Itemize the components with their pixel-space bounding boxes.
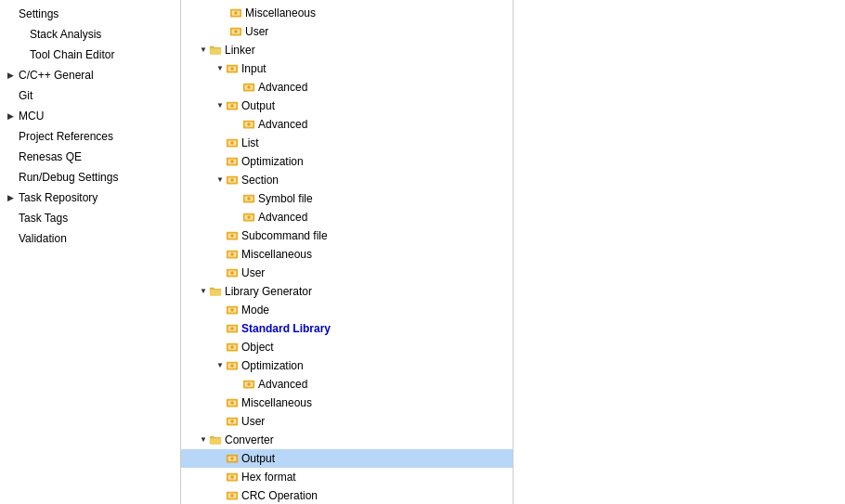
sidebar: Settings Stack Analysis Tool Chain Edito… [0,0,181,504]
sidebar-item-mcu[interactable]: ▶ MCU [0,106,180,126]
sidebar-item-stack-analysis[interactable]: Stack Analysis [0,24,180,45]
svg-point-35 [230,234,234,238]
tree-node-user-top[interactable]: User [181,22,513,41]
sidebar-item-project-references[interactable]: Project References [0,126,180,147]
tree-node-object[interactable]: Object [181,338,513,356]
expand-tri-linker: ▼ [198,42,209,58]
tree-node-standard-library[interactable]: Standard Library [181,319,513,338]
svg-point-8 [230,67,234,71]
tree-label-linker: Linker [225,42,255,58]
tree-node-input[interactable]: ▼ Input [181,59,513,78]
gear-icon-object [226,341,239,354]
expand-tri-optimization-library: ▼ [214,357,226,374]
tree-node-output[interactable]: ▼ Output [181,97,513,115]
svg-point-32 [247,215,251,219]
sidebar-item-validation[interactable]: Validation [0,228,180,249]
tree-node-section[interactable]: ▼ Section [181,171,513,189]
tree-label-user-linker: User [241,265,265,281]
svg-point-20 [230,141,234,145]
tree-label-section: Section [241,172,279,188]
svg-point-50 [230,345,234,349]
tree-node-conv-output[interactable]: Output [181,449,513,468]
svg-point-14 [230,104,234,108]
tree-label-standard-library: Standard Library [241,320,331,337]
gear-icon-optimization-library [226,359,239,372]
gear-icon-input [226,62,239,75]
sidebar-label-mcu: MCU [19,108,173,124]
tree-label-section-advanced: Advanced [258,209,307,226]
sidebar-item-tool-chain-editor[interactable]: Tool Chain Editor [0,45,180,65]
svg-point-17 [247,123,251,126]
tree-node-subcommand-file[interactable]: Subcommand file [181,226,513,245]
tree-node-optimization-library-advanced[interactable]: Advanced [181,375,513,394]
svg-point-71 [230,494,234,498]
svg-point-47 [230,327,234,330]
tree-label-object: Object [241,339,274,355]
sidebar-item-git[interactable]: Git [0,85,180,106]
tree-label-list: List [241,135,259,151]
svg-point-5 [234,30,238,33]
tree-node-optimization-library[interactable]: ▼ Optimization [181,356,513,375]
tree-label-symbol-file: Symbol file [258,190,313,207]
svg-point-62 [230,420,234,423]
gear-icon-optimization-library-advanced [242,378,255,391]
tree-node-misc-library[interactable]: Miscellaneous [181,394,513,412]
sidebar-label-run-debug: Run/Debug Settings [19,169,173,186]
tree-label-optimization-library: Optimization [241,357,304,374]
sidebar-label-validation: Validation [19,230,173,247]
tree-node-output-advanced[interactable]: Advanced [181,115,513,134]
sidebar-label-settings: Settings [19,6,173,22]
expand-tri-section: ▼ [214,172,226,188]
sidebar-label-task-tags: Task Tags [19,210,173,226]
gear-icon-hex-format [226,471,239,484]
tree-node-user-linker[interactable]: User [181,264,513,282]
tree-label-converter: Converter [225,432,274,448]
tree-node-linker[interactable]: ▼ Linker [181,41,513,59]
tree-node-input-advanced[interactable]: Advanced [181,78,513,97]
sidebar-item-run-debug[interactable]: Run/Debug Settings [0,167,180,187]
gear-icon-symbol-file [242,192,255,205]
sidebar-item-cpp-general[interactable]: ▶ C/C++ General [0,65,180,85]
gear-icon-list [226,136,239,149]
tree-node-user-library[interactable]: User [181,412,513,431]
svg-point-26 [230,178,234,182]
svg-point-41 [230,271,234,275]
tree-label-input: Input [241,60,266,77]
tree-node-section-advanced[interactable]: Advanced [181,208,513,226]
tree-label-misc-library: Miscellaneous [241,394,312,411]
expand-tri-output: ▼ [214,97,226,114]
tree-node-miscellaneous-linker[interactable]: Miscellaneous [181,245,513,264]
gear-icon-optimization-linker [226,155,239,168]
sidebar-item-task-repository[interactable]: ▶ Task Repository [0,187,180,208]
gear-icon-section [226,174,239,187]
tree-node-miscellaneous-top[interactable]: Miscellaneous [181,4,513,22]
folder-icon-converter [209,433,222,446]
sidebar-item-task-tags[interactable]: Task Tags [0,208,180,228]
tree-node-optimization-linker[interactable]: Optimization [181,152,513,171]
tree-node-hex-format[interactable]: Hex format [181,468,513,486]
expand-tri-input: ▼ [214,60,226,77]
sidebar-label-git: Git [19,87,173,104]
tree-node-library-generator[interactable]: ▼ Library Generator [181,282,513,301]
tree-node-mode[interactable]: Mode [181,301,513,319]
svg-point-2 [234,11,238,15]
svg-point-29 [247,197,251,200]
tree-node-crc-operation[interactable]: CRC Operation [181,486,513,504]
tree-label-output: Output [241,97,275,114]
tree-label-optimization-linker: Optimization [241,153,304,170]
tree-label-output-advanced: Advanced [258,116,307,133]
sidebar-item-renesas-qe[interactable]: Renesas QE [0,147,180,167]
svg-point-44 [230,308,234,312]
tree-node-list[interactable]: List [181,134,513,152]
right-panel [514,0,845,504]
tree-label-conv-output: Output [241,450,275,467]
folder-icon-library-generator [209,285,222,298]
gear-icon-conv-output [226,452,239,465]
tree-node-converter[interactable]: ▼ Converter [181,431,513,449]
tree-label-miscellaneous-top: Miscellaneous [245,5,316,21]
sidebar-item-settings[interactable]: Settings [0,4,180,24]
tree-label-hex-format: Hex format [241,469,296,485]
tree-label-misc-linker: Miscellaneous [241,246,312,263]
tree-node-symbol-file[interactable]: Symbol file [181,189,513,208]
gear-icon-misc-library [226,396,239,409]
